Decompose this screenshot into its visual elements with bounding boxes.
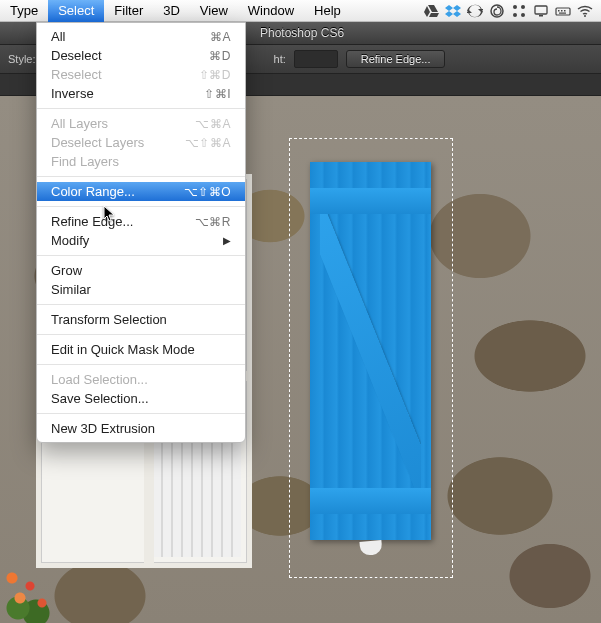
menu-item-find-layers: Find Layers (37, 152, 245, 171)
sync-icon[interactable] (467, 3, 483, 19)
menu-item-grow[interactable]: Grow (37, 261, 245, 280)
svg-rect-6 (539, 15, 543, 17)
menu-select[interactable]: Select (48, 0, 104, 22)
system-menubar: Type Select Filter 3D View Window Help (0, 0, 601, 22)
menu-item-deselect[interactable]: Deselect⌘D (37, 46, 245, 65)
menu-filter[interactable]: Filter (104, 0, 153, 22)
menu-item-reselect: Reselect⇧⌘D (37, 65, 245, 84)
svg-rect-9 (561, 10, 563, 12)
svg-rect-11 (559, 12, 566, 13)
menu-item-new-3d-extrusion[interactable]: New 3D Extrusion (37, 419, 245, 438)
menu-view[interactable]: View (190, 0, 238, 22)
menu-item-refine-edge[interactable]: Refine Edge...⌥⌘R (37, 212, 245, 231)
dropbox-icon[interactable] (445, 3, 461, 19)
menu-help[interactable]: Help (304, 0, 351, 22)
keyboard-icon[interactable] (555, 3, 571, 19)
app-title: Photoshop CS6 (260, 26, 344, 40)
svg-rect-5 (535, 6, 547, 14)
svg-point-4 (521, 13, 525, 17)
svg-point-3 (513, 13, 517, 17)
menu-item-load-selection: Load Selection... (37, 370, 245, 389)
svg-point-2 (521, 5, 525, 9)
refine-edge-button[interactable]: Refine Edge... (346, 50, 446, 68)
google-drive-icon[interactable] (423, 3, 439, 19)
display-icon[interactable] (533, 3, 549, 19)
svg-rect-8 (558, 10, 560, 12)
svg-point-1 (513, 5, 517, 9)
menu-3d[interactable]: 3D (153, 0, 190, 22)
menu-item-all-layers: All Layers⌥⌘A (37, 114, 245, 133)
select-menu-dropdown: All⌘ADeselect⌘DReselect⇧⌘DInverse⇧⌘IAll … (36, 22, 246, 443)
menu-item-similar[interactable]: Similar (37, 280, 245, 299)
height-field[interactable] (294, 50, 338, 68)
menu-item-deselect-layers: Deselect Layers⌥⇧⌘A (37, 133, 245, 152)
style-label: Style: (8, 53, 36, 65)
wifi-icon[interactable] (577, 3, 593, 19)
flowers-image (0, 568, 60, 623)
menu-item-color-range[interactable]: Color Range...⌥⇧⌘O (37, 182, 245, 201)
menu-item-modify[interactable]: Modify▶ (37, 231, 245, 250)
menu-window[interactable]: Window (238, 0, 304, 22)
menu-item-all[interactable]: All⌘A (37, 27, 245, 46)
height-label: ht: (274, 53, 286, 65)
selection-marquee (289, 138, 453, 578)
creative-cloud-icon[interactable] (489, 3, 505, 19)
svg-rect-10 (564, 10, 566, 12)
svg-point-12 (584, 15, 586, 17)
menubar-status-icons (423, 3, 601, 19)
menu-item-save-selection[interactable]: Save Selection... (37, 389, 245, 408)
apps-icon[interactable] (511, 3, 527, 19)
menu-item-edit-in-quick-mask-mode[interactable]: Edit in Quick Mask Mode (37, 340, 245, 359)
menu-type[interactable]: Type (0, 0, 48, 22)
menu-item-inverse[interactable]: Inverse⇧⌘I (37, 84, 245, 103)
menu-item-transform-selection[interactable]: Transform Selection (37, 310, 245, 329)
